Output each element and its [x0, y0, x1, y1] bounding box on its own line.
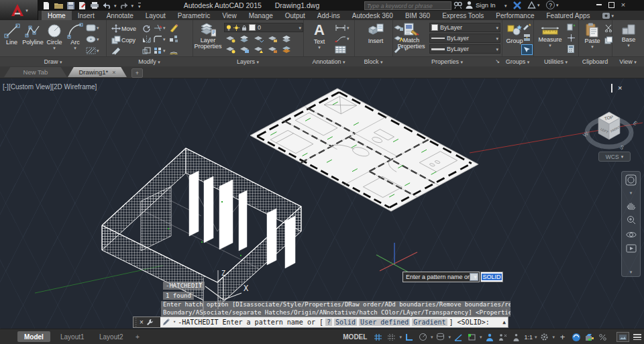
- tool-erase[interactable]: [169, 23, 178, 32]
- grid-toggle[interactable]: [372, 331, 384, 343]
- panel-draw[interactable]: Draw ▾: [0, 57, 106, 66]
- pan-hand-icon[interactable]: [626, 200, 636, 210]
- viewport-controls-label[interactable]: [-][Custom View][2D Wireframe]: [3, 83, 97, 91]
- tool-offset[interactable]: [169, 46, 178, 54]
- tool-line[interactable]: Line: [2, 23, 21, 46]
- recent-input-icon[interactable]: ▾: [470, 273, 478, 281]
- search-go-icon[interactable]: [453, 1, 462, 9]
- tool-layer-properties[interactable]: Layer Properties: [194, 22, 222, 50]
- tool-group-selection-toggle[interactable]: [521, 44, 533, 55]
- option-gradient[interactable]: Gradient: [412, 319, 447, 326]
- undo-button[interactable]: [102, 1, 111, 9]
- file-tab-new[interactable]: New Tab: [4, 67, 67, 77]
- tool-measure[interactable]: Measure▾: [536, 23, 564, 48]
- panel-utilities[interactable]: Utilities ▾: [533, 57, 578, 66]
- tool-rotate[interactable]: [142, 24, 151, 33]
- customization-menu-icon[interactable]: [631, 331, 643, 343]
- tool-trim[interactable]: ▾: [154, 24, 166, 32]
- viewcube[interactable]: W S E TOP LEFT FRONT: [578, 99, 643, 152]
- navigation-wheel-icon[interactable]: [625, 174, 637, 186]
- viewport-restore-icon[interactable]: [611, 84, 612, 92]
- option-user-defined[interactable]: User defined: [359, 319, 410, 326]
- plot-button[interactable]: [90, 1, 99, 9]
- isodraft-dropdown[interactable]: ▾: [448, 335, 451, 340]
- tool-table[interactable]: [335, 46, 346, 54]
- tool-copy-clip[interactable]: [604, 36, 612, 44]
- tool-array[interactable]: ▾: [154, 47, 166, 54]
- tool-point[interactable]: [568, 34, 575, 42]
- tab-layout[interactable]: Layout: [140, 11, 172, 20]
- workspace-dropdown[interactable]: ▾: [552, 335, 555, 340]
- navbar-customize-icon[interactable]: ▾: [630, 270, 633, 274]
- viewcube-cube[interactable]: TOP LEFT FRONT: [598, 112, 621, 139]
- tool-move[interactable]: Move: [111, 24, 136, 33]
- layer-tools-row2[interactable]: [225, 46, 292, 54]
- object-snap-dropdown[interactable]: ▾: [480, 335, 482, 340]
- linetype-select[interactable]: ByLayer ▾: [429, 34, 500, 43]
- annotation-scale-person-icon[interactable]: [511, 331, 522, 343]
- tool-ungroup[interactable]: [523, 34, 531, 42]
- save-as-button[interactable]: [78, 1, 87, 9]
- tool-quick-calc[interactable]: [568, 45, 574, 53]
- customize-wrench-icon[interactable]: [146, 319, 154, 326]
- polar-dropdown[interactable]: ▾: [431, 335, 433, 340]
- file-tab-drawing1[interactable]: Drawing1* ×: [68, 67, 127, 77]
- layer-select[interactable]: 0 ▾: [224, 23, 303, 32]
- tool-base[interactable]: Base▾: [616, 23, 641, 48]
- tab-output[interactable]: Output: [279, 11, 311, 20]
- model-tab[interactable]: Model: [17, 331, 50, 342]
- sign-in-dropdown[interactable]: ▾: [504, 3, 507, 8]
- tool-arc[interactable]: Arc▾: [66, 23, 85, 50]
- isodraft-toggle[interactable]: [435, 331, 446, 343]
- app-logo-button[interactable]: ▾: [0, 0, 38, 20]
- tab-manage[interactable]: Manage: [243, 11, 279, 20]
- sign-in-control[interactable]: Sign In: [466, 1, 496, 9]
- undo-dropdown[interactable]: ▾: [114, 3, 117, 8]
- qat-customize-dropdown[interactable]: ▾: [138, 3, 141, 9]
- tab-home[interactable]: Home: [42, 11, 72, 20]
- help-search-box[interactable]: [364, 1, 451, 10]
- tool-rectangle[interactable]: ▾: [86, 24, 99, 32]
- snap-dropdown[interactable]: ▾: [399, 335, 402, 340]
- tab-annotate[interactable]: Annotate: [101, 11, 140, 20]
- layout2-tab[interactable]: Layout2: [93, 331, 130, 342]
- model-space-label[interactable]: MODEL: [343, 333, 367, 341]
- tool-circle[interactable]: Circle▾: [44, 23, 64, 50]
- object-snap-tracking-toggle[interactable]: [453, 331, 464, 343]
- wcs-dropdown[interactable]: WCS▾: [598, 152, 631, 162]
- annotation-scale-value[interactable]: 1:1: [524, 334, 533, 341]
- tab-view[interactable]: View: [216, 11, 243, 20]
- panel-groups[interactable]: Groups ▾: [502, 57, 533, 66]
- search-input[interactable]: [365, 3, 451, 9]
- tab-insert[interactable]: Insert: [72, 11, 101, 20]
- orbit-icon[interactable]: [626, 230, 637, 239]
- panel-view[interactable]: View ▾: [612, 57, 644, 66]
- annotation-visibility-toggle[interactable]: [484, 331, 495, 343]
- close-tab-icon[interactable]: ×: [112, 69, 115, 76]
- recent-commands-icon[interactable]: ▲: [502, 319, 506, 325]
- option-solid[interactable]: Solid: [334, 319, 357, 326]
- tab-express-tools[interactable]: Express Tools: [436, 11, 490, 20]
- redo-button[interactable]: [119, 1, 129, 9]
- ortho-toggle[interactable]: [404, 331, 415, 343]
- tool-leader[interactable]: ▾: [335, 35, 350, 42]
- restore-button[interactable]: [605, 1, 617, 9]
- tool-text[interactable]: A Text▾: [307, 21, 331, 50]
- tool-scale[interactable]: [142, 47, 151, 54]
- panel-block[interactable]: Block ▾: [354, 57, 392, 66]
- help-button[interactable]: ? ▾: [546, 1, 559, 9]
- object-color-select[interactable]: ByLayer ▾: [429, 23, 500, 32]
- close-button[interactable]: ×: [617, 1, 629, 9]
- tool-match-properties[interactable]: Match Properties: [396, 22, 427, 50]
- new-file-button[interactable]: [42, 1, 51, 9]
- tab-parametric[interactable]: Parametric: [172, 11, 216, 20]
- tab-performance[interactable]: Performance: [490, 11, 540, 20]
- ribbon-display-toggle[interactable]: ▾: [596, 11, 621, 20]
- panel-layers[interactable]: Layers ▾: [193, 57, 303, 66]
- object-count-icon[interactable]: [597, 331, 608, 343]
- panel-properties[interactable]: Properties ▾ ↘: [392, 57, 502, 66]
- graphics-performance-toggle[interactable]: [584, 331, 595, 343]
- viewport-close-icon[interactable]: ×: [618, 85, 622, 91]
- save-button[interactable]: [66, 1, 75, 9]
- tool-dimension[interactable]: ▾: [335, 24, 350, 32]
